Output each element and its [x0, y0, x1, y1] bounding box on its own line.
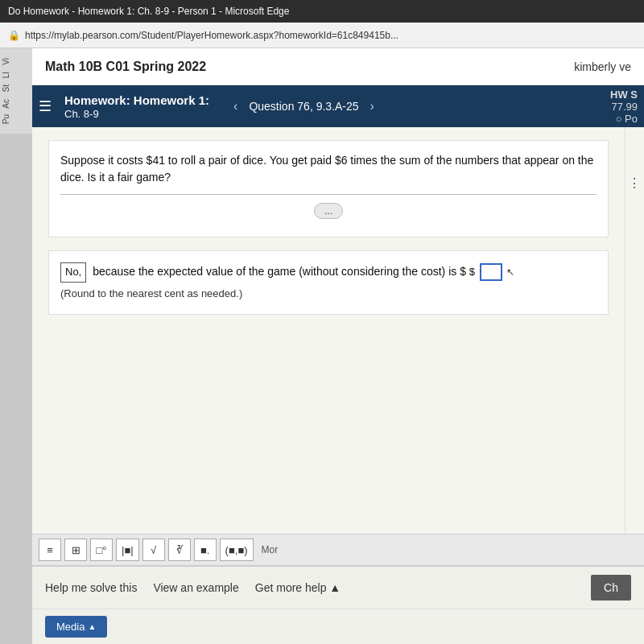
site-header: Math 10B C01 Spring 2022 kimberly ve	[32, 48, 644, 85]
math-absolute-button[interactable]: |■|	[116, 539, 139, 561]
help-solve-link[interactable]: Help me solve this	[45, 581, 137, 594]
question-text: Suppose it costs $41 to roll a pair of d…	[60, 152, 597, 186]
question-divider	[60, 194, 597, 195]
hw-score-label: HW S	[610, 89, 638, 101]
answer-area: No, because the expected value of the ga…	[48, 250, 609, 315]
answer-input-box[interactable]	[480, 263, 502, 281]
site-title: Math 10B C01 Spring 2022	[45, 60, 206, 74]
next-question-button[interactable]: ›	[365, 97, 379, 115]
right-panel: ⋮	[625, 127, 644, 534]
get-more-help-link[interactable]: Get more help ▲	[255, 581, 341, 594]
nav-right-info: HW S 77.99 ○ Po	[610, 89, 638, 125]
math-pair-button[interactable]: (■,■)	[220, 539, 254, 561]
media-arrow-icon: ▲	[88, 622, 96, 631]
math-sqrt-button[interactable]: √	[142, 539, 165, 561]
sidebar-li[interactable]: LI	[0, 68, 32, 81]
lock-icon: 🔒	[8, 30, 20, 41]
question-text-box: Suppose it costs $41 to roll a pair of d…	[48, 140, 609, 237]
browser-url: https://mylab.pearson.com/Student/Player…	[25, 30, 398, 41]
sidebar-st[interactable]: St	[0, 81, 32, 95]
cursor-icon: ↖	[506, 265, 514, 280]
points-label: ○ Po	[616, 113, 638, 125]
homework-subtitle: Ch. 8-9	[64, 108, 209, 120]
round-note: (Round to the nearest cent as needed.)	[60, 286, 597, 303]
prev-question-button[interactable]: ‹	[229, 97, 242, 115]
hw-score-value: 77.99	[611, 101, 638, 113]
main-content: Math 10B C01 Spring 2022 kimberly ve ☰ H…	[32, 48, 644, 644]
user-name: kimberly ve	[574, 60, 631, 73]
math-cbrt-button[interactable]: ∛	[168, 539, 191, 561]
answer-no-box: No,	[60, 262, 86, 283]
dollar-sign: $	[469, 266, 475, 278]
browser-title: Do Homework - Homework 1: Ch. 8-9 - Pers…	[8, 6, 289, 17]
question-area: Suppose it costs $41 to roll a pair of d…	[32, 127, 644, 534]
browser-addressbar: 🔒 https://mylab.pearson.com/Student/Play…	[0, 23, 644, 48]
media-button[interactable]: Media ▲	[45, 616, 107, 638]
sidebar-pu[interactable]: Pu	[0, 111, 32, 127]
math-matrix-button[interactable]: ⊞	[64, 539, 87, 561]
sidebar-ac[interactable]: Ac	[0, 96, 32, 112]
question-nav: ‹ Question 76, 9.3.A-25 ›	[229, 97, 379, 115]
nav-bar: ☰ Homework: Homework 1: Ch. 8-9 ‹ Questi…	[32, 85, 644, 127]
math-decimal-button[interactable]: ■.	[194, 539, 217, 561]
expand-button[interactable]: ...	[314, 203, 343, 219]
view-example-link[interactable]: View an example	[153, 581, 238, 594]
math-fraction-button[interactable]: ≡	[39, 539, 61, 561]
menu-icon[interactable]: ☰	[39, 97, 52, 115]
math-more-button[interactable]: Mor	[257, 542, 283, 558]
media-bar: Media ▲	[32, 609, 644, 644]
media-label: Media	[56, 621, 85, 633]
homework-title-block: Homework: Homework 1: Ch. 8-9	[64, 93, 209, 120]
math-toolbar: ≡ ⊞ □° |■| √ ∛ ■. (■,■) Mor	[32, 534, 644, 566]
bottom-action-bar: Help me solve this View an example Get m…	[32, 566, 644, 609]
homework-title: Homework: Homework 1:	[64, 93, 209, 108]
answer-text: because the expected value of the game (…	[93, 265, 466, 278]
question-main: Suppose it costs $41 to roll a pair of d…	[32, 127, 625, 534]
check-button[interactable]: Ch	[591, 575, 631, 601]
left-sidebar: Vi LI St Ac Pu	[0, 48, 32, 134]
question-label: Question 76, 9.3.A-25	[249, 100, 358, 113]
browser-titlebar: Do Homework - Homework 1: Ch. 8-9 - Pers…	[0, 0, 644, 23]
dots-menu-icon[interactable]: ⋮	[628, 175, 642, 191]
math-superscript-button[interactable]: □°	[90, 539, 113, 561]
sidebar-vi[interactable]: Vi	[0, 55, 32, 68]
